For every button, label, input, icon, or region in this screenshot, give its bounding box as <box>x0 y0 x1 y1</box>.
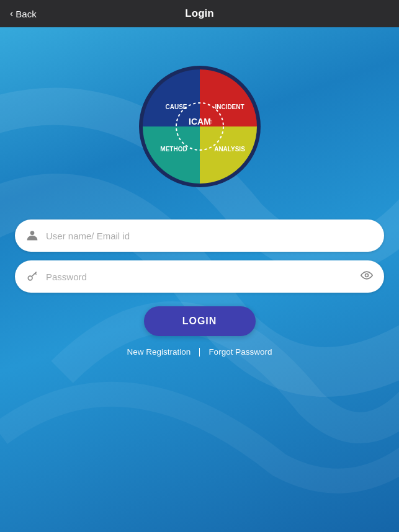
username-input-wrapper <box>15 219 384 252</box>
back-button[interactable]: ‹ Back <box>10 8 37 19</box>
back-chevron-icon: ‹ <box>10 8 13 19</box>
svg-text:⌂: ⌂ <box>208 118 212 125</box>
app-container: ‹ Back Login CAUSE IN <box>0 0 399 532</box>
links-divider <box>199 348 200 357</box>
password-input[interactable] <box>46 272 353 282</box>
form-container: LOGIN New Registration Forgot Password <box>0 219 399 357</box>
svg-point-9 <box>28 276 32 280</box>
password-input-wrapper <box>15 260 384 293</box>
svg-point-10 <box>365 273 369 277</box>
login-button[interactable]: LOGIN <box>144 306 256 336</box>
back-label: Back <box>16 9 36 19</box>
username-input[interactable] <box>46 231 373 241</box>
links-row: New Registration Forgot Password <box>127 347 272 357</box>
svg-text:ANALYSIS: ANALYSIS <box>214 146 245 153</box>
logo-wheel: CAUSE INCIDENT METHOD ANALYSIS ICAM ⌂ <box>138 64 262 188</box>
top-bar: ‹ Back Login <box>0 0 399 27</box>
main-content: CAUSE INCIDENT METHOD ANALYSIS ICAM ⌂ <box>0 27 399 532</box>
new-registration-link[interactable]: New Registration <box>127 347 191 357</box>
svg-text:METHOD: METHOD <box>160 146 187 153</box>
svg-point-8 <box>30 231 35 236</box>
key-icon <box>26 270 38 283</box>
svg-text:ICAM: ICAM <box>189 117 211 126</box>
user-icon <box>26 229 38 242</box>
svg-text:CAUSE: CAUSE <box>165 104 187 110</box>
password-toggle-icon[interactable] <box>361 269 373 285</box>
page-title: Login <box>185 7 213 20</box>
svg-text:INCIDENT: INCIDENT <box>215 104 244 110</box>
forgot-password-link[interactable]: Forgot Password <box>208 347 272 357</box>
